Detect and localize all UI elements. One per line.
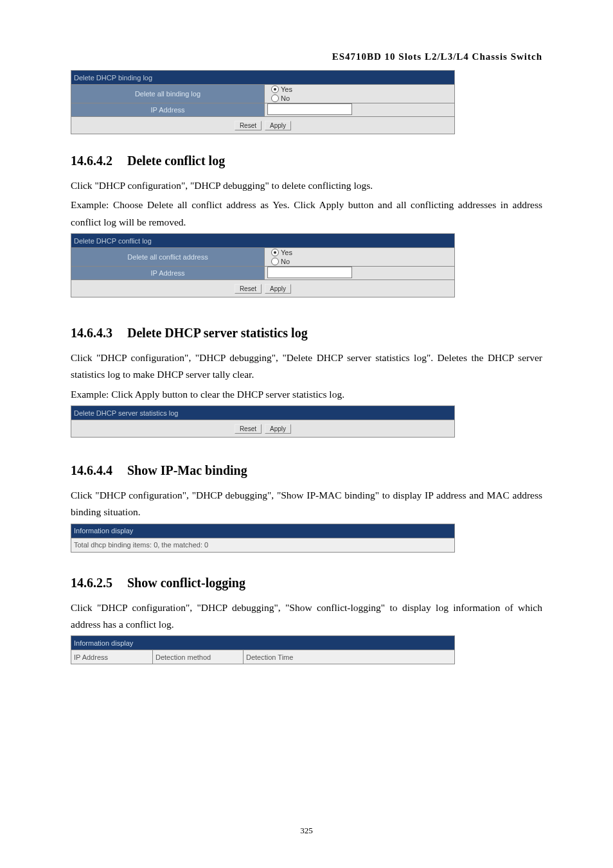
delete-all-conflict-label: Delete all conflict address bbox=[71, 248, 265, 267]
paragraph: Click "DHCP configuration", "DHCP debugg… bbox=[71, 487, 542, 521]
ip-address-value bbox=[265, 103, 455, 117]
radio-yes-label: Yes bbox=[281, 249, 292, 256]
section-number: 14.6.4.3 bbox=[71, 326, 112, 341]
delete-conflict-log-form: Delete DHCP conflict log Delete all conf… bbox=[71, 233, 455, 297]
delete-binding-log-form: Delete DHCP binding log Delete all bindi… bbox=[71, 70, 455, 134]
ip-address-label: IP Address bbox=[71, 267, 265, 280]
page-header: ES4710BD 10 Slots L2/L3/L4 Chassis Switc… bbox=[71, 51, 542, 62]
info-display-ipmac: Information display Total dhcp binding i… bbox=[71, 524, 455, 553]
paragraph: Example: Choose Delete all conflict addr… bbox=[71, 197, 542, 231]
section-heading: 14.6.2.5 Show conflict-logging bbox=[71, 576, 542, 590]
info-body: Total dhcp binding items: 0, the matched… bbox=[71, 538, 455, 552]
ip-address-value bbox=[265, 267, 455, 280]
paragraph: Click "DHCP configuration", "DHCP debugg… bbox=[71, 177, 542, 194]
section-heading: 14.6.4.3 Delete DHCP server statistics l… bbox=[71, 326, 542, 341]
section-heading: 14.6.4.2 Delete conflict log bbox=[71, 154, 542, 168]
reset-button[interactable]: Reset bbox=[235, 424, 262, 434]
paragraph: Click "DHCP configuration", "DHCP debugg… bbox=[71, 599, 542, 633]
delete-all-binding-value: Yes No bbox=[265, 85, 455, 103]
delete-all-conflict-value: Yes No bbox=[265, 248, 455, 267]
section-title: Show IP-Mac binding bbox=[127, 463, 247, 477]
radio-no-label: No bbox=[281, 94, 290, 102]
form-title: Delete DHCP conflict log bbox=[71, 234, 455, 248]
section-number: 14.6.2.5 bbox=[71, 576, 112, 590]
radio-no-label: No bbox=[281, 258, 290, 265]
radio-no[interactable]: No bbox=[271, 94, 452, 103]
section-number: 14.6.4.2 bbox=[71, 154, 112, 168]
radio-icon bbox=[271, 258, 279, 265]
ip-address-input[interactable] bbox=[267, 103, 352, 115]
section-heading: 14.6.4.4 Show IP-Mac binding bbox=[71, 463, 542, 478]
info-header: Information display bbox=[71, 524, 455, 538]
apply-button[interactable]: Apply bbox=[265, 424, 291, 434]
form-title: Delete DHCP binding log bbox=[71, 71, 455, 85]
info-header: Information display bbox=[71, 636, 455, 650]
ip-address-label: IP Address bbox=[71, 103, 265, 117]
radio-no[interactable]: No bbox=[271, 257, 452, 266]
radio-yes[interactable]: Yes bbox=[271, 85, 452, 94]
form-title: Delete DHCP server statistics log bbox=[71, 406, 455, 420]
delete-stats-log-form: Delete DHCP server statistics log Reset … bbox=[71, 405, 455, 438]
apply-button[interactable]: Apply bbox=[265, 284, 291, 294]
section-title: Delete DHCP server statistics log bbox=[127, 326, 308, 340]
reset-button[interactable]: Reset bbox=[235, 284, 262, 294]
section-title: Show conflict-logging bbox=[127, 576, 245, 590]
delete-all-binding-label: Delete all binding log bbox=[71, 85, 265, 103]
apply-button[interactable]: Apply bbox=[265, 121, 291, 130]
col-detection-time: Detection Time bbox=[244, 650, 455, 664]
col-ip-address: IP Address bbox=[71, 650, 153, 664]
radio-icon bbox=[271, 94, 279, 102]
section-title: Delete conflict log bbox=[127, 154, 225, 168]
radio-yes[interactable]: Yes bbox=[271, 248, 452, 257]
radio-icon bbox=[271, 85, 279, 93]
reset-button[interactable]: Reset bbox=[235, 121, 262, 130]
section-number: 14.6.4.4 bbox=[71, 463, 112, 478]
paragraph: Example: Click Apply button to clear the… bbox=[71, 386, 542, 403]
info-display-conflict: Information display IP Address Detection… bbox=[71, 635, 455, 664]
col-detection-method: Detection method bbox=[153, 650, 244, 664]
document-page: ES4710BD 10 Slots L2/L3/L4 Chassis Switc… bbox=[0, 0, 613, 868]
radio-icon bbox=[271, 249, 279, 256]
ip-address-input[interactable] bbox=[267, 267, 352, 278]
radio-yes-label: Yes bbox=[281, 85, 292, 93]
page-number: 325 bbox=[300, 826, 313, 836]
paragraph: Click "DHCP configuration", "DHCP debugg… bbox=[71, 350, 542, 384]
